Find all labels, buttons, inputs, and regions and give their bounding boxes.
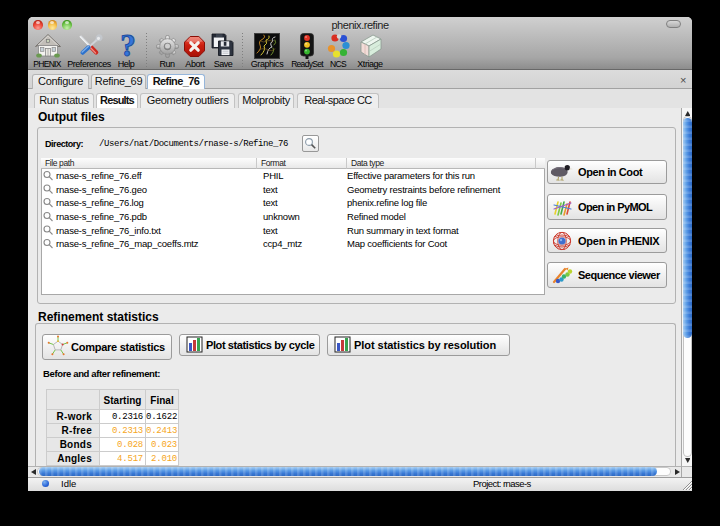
svg-text:?: ? [120, 32, 136, 60]
